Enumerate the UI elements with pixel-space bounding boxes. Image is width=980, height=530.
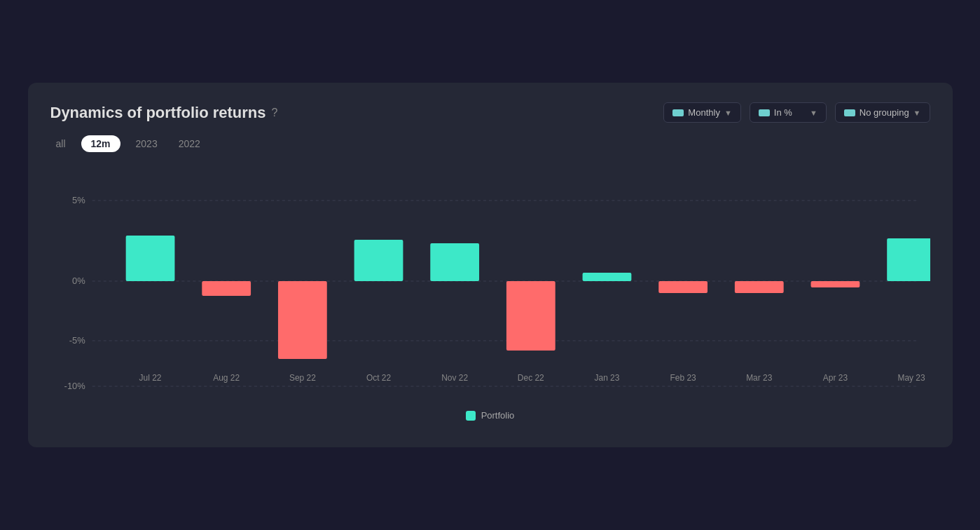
svg-text:Jan 23: Jan 23 [594, 373, 619, 383]
bar-feb23 [658, 281, 708, 293]
bar-dec22 [506, 281, 555, 351]
time-filter-2022[interactable]: 2022 [173, 135, 206, 152]
controls: Monthly ▼ In % ▼ No grouping ▼ [663, 102, 930, 123]
period-dropdown[interactable]: Monthly ▼ [663, 102, 740, 123]
period-chevron-icon: ▼ [724, 109, 732, 117]
unit-chevron-icon: ▼ [810, 109, 817, 117]
info-icon[interactable]: ? [272, 107, 278, 119]
legend-label: Portfolio [481, 410, 515, 421]
bar-jul22 [125, 236, 174, 281]
period-chart-icon [672, 109, 684, 116]
bar-sep22 [277, 281, 326, 359]
svg-text:Oct 22: Oct 22 [366, 373, 391, 383]
svg-text:0%: 0% [72, 276, 85, 286]
svg-text:Dec 22: Dec 22 [517, 373, 544, 383]
svg-text:-5%: -5% [69, 335, 85, 346]
card-header: Dynamics of portfolio returns ? Monthly … [50, 102, 930, 123]
svg-text:Apr 23: Apr 23 [822, 373, 848, 383]
grouping-chart-icon [844, 109, 855, 116]
bar-aug22 [202, 281, 251, 296]
svg-text:May 23: May 23 [897, 373, 925, 383]
bar-jan23 [582, 273, 631, 281]
portfolio-returns-card: Dynamics of portfolio returns ? Monthly … [28, 83, 953, 447]
svg-text:-10%: -10% [64, 381, 85, 391]
chart-svg: 5% 0% -5% -10% Jul 22 Aug 22 Sep 22 Oct … [50, 162, 930, 400]
unit-chart-icon [759, 109, 770, 116]
legend: Portfolio [50, 410, 930, 421]
bar-nov22 [430, 243, 479, 281]
svg-text:Aug 22: Aug 22 [213, 373, 240, 383]
time-filter-2023[interactable]: 2023 [130, 135, 163, 152]
bar-may23 [887, 238, 930, 281]
bar-oct22 [354, 240, 403, 281]
time-filters: all 12m 2023 2022 [50, 135, 930, 152]
bar-apr23 [810, 281, 860, 287]
card-title: Dynamics of portfolio returns [50, 104, 266, 122]
grouping-label: No grouping [860, 107, 909, 118]
unit-dropdown[interactable]: In % ▼ [750, 102, 827, 123]
svg-text:Nov 22: Nov 22 [441, 373, 468, 383]
svg-text:5%: 5% [72, 195, 85, 205]
grouping-chevron-icon: ▼ [913, 109, 921, 117]
time-filter-12m[interactable]: 12m [81, 135, 120, 152]
svg-text:Mar 23: Mar 23 [746, 373, 773, 383]
grouping-dropdown[interactable]: No grouping ▼ [835, 102, 930, 123]
period-label: Monthly [688, 107, 720, 118]
time-filter-all[interactable]: all [50, 135, 71, 152]
svg-text:Jul 22: Jul 22 [139, 373, 161, 383]
legend-dot [466, 411, 476, 421]
bar-mar23 [734, 281, 783, 293]
svg-text:Sep 22: Sep 22 [289, 373, 315, 383]
chart-area: 5% 0% -5% -10% Jul 22 Aug 22 Sep 22 Oct … [50, 162, 930, 400]
card-title-area: Dynamics of portfolio returns ? [50, 104, 278, 122]
unit-label: In % [774, 107, 792, 118]
svg-text:Feb 23: Feb 23 [670, 373, 696, 383]
